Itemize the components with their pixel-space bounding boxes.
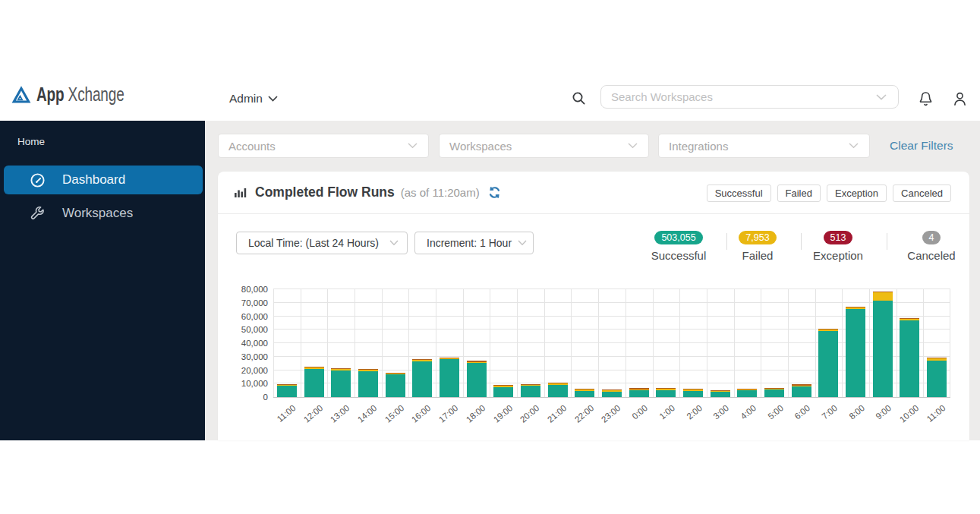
bar-segment-successful [873, 301, 893, 397]
y-axis-label: 80,000 [241, 285, 268, 294]
series-toggle-buttons: Successful Failed Exception Canceled [707, 172, 951, 214]
bar-segment-successful [412, 361, 432, 397]
increment-dropdown[interactable]: Increment: 1 Hour [414, 232, 534, 254]
stat-canceled: 4 Canceled [890, 230, 973, 262]
bar-14-00[interactable] [358, 369, 378, 397]
accounts-filter-select[interactable]: Accounts [218, 134, 429, 158]
bar-segment-successful [764, 389, 784, 397]
gridline-v [923, 289, 924, 397]
bar-5-00[interactable] [764, 388, 784, 397]
x-axis-label: 12:00 [301, 403, 324, 424]
bar-segment-successful [683, 391, 703, 397]
time-range-dropdown[interactable]: Local Time: (Last 24 Hours) [236, 232, 408, 254]
bar-4-00[interactable] [737, 389, 757, 397]
gridline-v [734, 289, 735, 397]
bar-0-00[interactable] [629, 388, 649, 397]
search-input[interactable] [611, 90, 876, 103]
bar-19-00[interactable] [493, 385, 513, 397]
clear-filters-link[interactable]: Clear Filters [890, 134, 953, 158]
search-icon[interactable] [572, 76, 586, 121]
bar-7-00[interactable] [818, 329, 838, 397]
x-axis-label: 5:00 [766, 403, 785, 421]
bar-22-00[interactable] [575, 389, 594, 397]
bar-18-00[interactable] [467, 361, 487, 397]
bar-segment-successful [711, 392, 730, 397]
bar-1-00[interactable] [656, 388, 676, 397]
bar-segment-successful [818, 331, 838, 398]
stat-label: Successful [637, 249, 720, 262]
search-chevron-icon[interactable] [876, 94, 887, 100]
gridline-v [761, 289, 761, 397]
bar-chart-icon [234, 187, 247, 199]
x-axis-label: 18:00 [465, 403, 487, 424]
bar-23-00[interactable] [602, 389, 622, 397]
bar-segment-successful [927, 361, 947, 397]
y-axis-label: 70,000 [241, 298, 268, 307]
chevron-down-icon [518, 240, 527, 246]
x-axis-line [273, 397, 950, 398]
workspaces-filter-select[interactable]: Workspaces [439, 134, 649, 158]
card-title: Completed Flow Runs [255, 184, 395, 200]
stat-label: Canceled [890, 249, 973, 262]
y-axis-label: 40,000 [241, 339, 268, 348]
gridline-v [544, 289, 545, 397]
account-person-icon[interactable] [953, 76, 967, 121]
bar-11-00[interactable] [277, 384, 297, 397]
bar-20-00[interactable] [521, 384, 540, 397]
gridline-v [707, 289, 707, 397]
page: App Xchange Admin [0, 0, 980, 514]
bar-segment-successful [521, 386, 540, 397]
x-axis-label: 1:00 [657, 403, 676, 421]
y-axis-label: 0 [263, 393, 268, 402]
bar-segment-successful [629, 390, 649, 397]
toggle-failed-button[interactable]: Failed [777, 184, 821, 202]
gridline-v [382, 289, 383, 397]
bar-2-00[interactable] [683, 389, 703, 397]
admin-menu[interactable]: Admin [229, 76, 278, 121]
notifications-bell-icon[interactable] [919, 76, 933, 121]
x-axis-label: 19:00 [491, 403, 514, 424]
admin-menu-label: Admin [229, 92, 263, 106]
app-logo[interactable]: App Xchange [11, 84, 152, 106]
toggle-exception-button[interactable]: Exception [827, 184, 887, 202]
bar-3-00[interactable] [711, 390, 730, 397]
gridline-v [679, 289, 680, 397]
chevron-down-icon [389, 240, 399, 246]
main-content: Accounts Workspaces Integrations Clear F… [205, 121, 980, 440]
y-axis-label: 20,000 [241, 366, 268, 375]
stat-divider [887, 233, 887, 250]
gridline-v [490, 289, 490, 397]
gridline-v [301, 289, 301, 397]
bar-8-00[interactable] [846, 307, 865, 397]
bar-10-00[interactable] [900, 318, 919, 397]
integrations-filter-select[interactable]: Integrations [658, 134, 870, 158]
bar-12-00[interactable] [304, 367, 324, 397]
gridline-h [273, 302, 950, 303]
x-axis-label: 22:00 [572, 403, 595, 424]
bar-11-00[interactable] [927, 358, 947, 397]
toggle-successful-button[interactable]: Successful [707, 184, 771, 202]
bar-17-00[interactable] [440, 358, 459, 397]
toggle-canceled-button[interactable]: Canceled [893, 184, 951, 202]
gridline-v [815, 289, 816, 397]
bar-9-00[interactable] [873, 292, 893, 397]
x-axis-label: 9:00 [874, 403, 893, 421]
sidebar-item-dashboard[interactable]: Dashboard [4, 166, 203, 194]
x-axis-label: 4:00 [739, 403, 758, 421]
sidebar-item-workspaces[interactable]: Workspaces [4, 199, 203, 228]
bar-16-00[interactable] [412, 359, 432, 397]
refresh-icon[interactable] [488, 186, 501, 199]
chevron-down-icon [268, 96, 278, 102]
y-axis-label: 50,000 [241, 325, 268, 334]
chevron-down-icon [849, 143, 859, 149]
x-axis-label: 23:00 [600, 403, 622, 424]
accounts-filter-placeholder: Accounts [228, 140, 408, 153]
bar-21-00[interactable] [548, 383, 568, 397]
bar-13-00[interactable] [331, 368, 351, 397]
bar-segment-successful [467, 363, 487, 397]
bar-6-00[interactable] [792, 384, 811, 397]
bar-15-00[interactable] [386, 373, 405, 397]
bar-segment-successful [331, 371, 351, 397]
y-axis-label: 30,000 [241, 352, 268, 361]
time-range-value: Local Time: (Last 24 Hours) [248, 237, 379, 249]
